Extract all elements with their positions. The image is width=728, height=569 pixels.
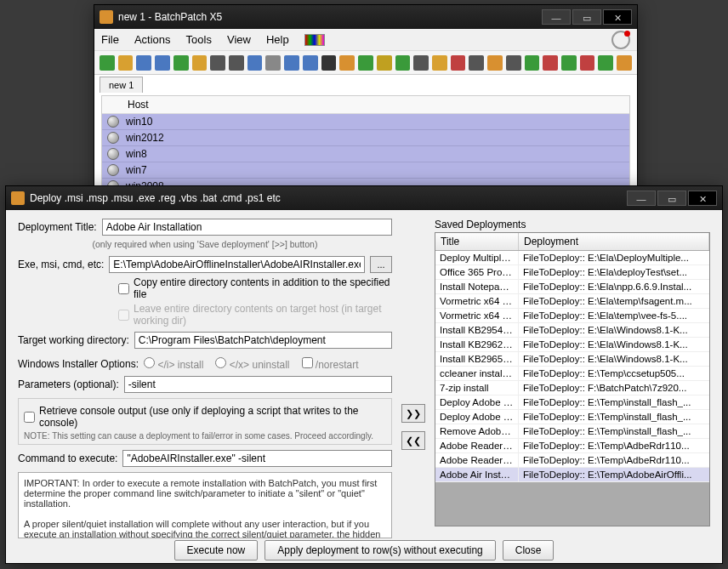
saved-deployment-row[interactable]: Adobe Reader In...FileToDeploy:: E:\Temp… (435, 439, 709, 453)
host-row[interactable]: win7 (102, 162, 629, 179)
toolbar-icon-4[interactable] (173, 55, 189, 71)
saved-table-header[interactable]: Title Deployment (435, 233, 709, 251)
retrieve-console-checkbox[interactable] (24, 412, 35, 423)
menu-actions[interactable]: Actions (134, 33, 171, 46)
saved-deployment-row[interactable]: Install KB2965142FileToDeploy:: E:\Ela\W… (435, 352, 709, 367)
toolbar-icon-9[interactable] (265, 55, 281, 71)
toolbar-icon-17[interactable] (413, 55, 429, 71)
saved-deployment-row[interactable]: 7-zip installFileToDeploy:: F:\BatchPatc… (435, 381, 709, 395)
norestart-checkbox[interactable] (302, 357, 313, 368)
saved-col-deployment[interactable]: Deployment (519, 233, 709, 250)
host-name: win8 (126, 148, 147, 160)
dialog-close-button[interactable]: ✕ (688, 191, 717, 206)
saved-deployment-row[interactable]: Deploy Adobe Fl...FileToDeploy:: E:\Temp… (435, 395, 709, 410)
saved-row-deployment: FileToDeploy:: E:\Temp\AdobeAirOffli... (519, 468, 709, 481)
toolbar-icon-18[interactable] (432, 55, 447, 71)
apply-deployment-button[interactable]: Apply deployment to row(s) without execu… (264, 540, 495, 560)
copy-dir-label: Copy entire directory contents in additi… (134, 276, 392, 300)
saved-col-title[interactable]: Title (435, 233, 519, 250)
toolbar-icon-28[interactable] (617, 55, 632, 71)
toolbar-icon-12[interactable] (321, 55, 337, 71)
toolbar-icon-25[interactable] (561, 55, 577, 71)
saved-deployment-row[interactable]: Remove Adobe F...FileToDeploy:: E:\Temp\… (435, 424, 709, 439)
saved-deployment-row[interactable]: Install KB2962140FileToDeploy:: E:\Ela\W… (435, 338, 709, 352)
toolbar-icon-2[interactable] (136, 55, 151, 71)
toolbar-icon-21[interactable] (487, 55, 503, 71)
params-input[interactable] (124, 376, 392, 393)
execute-now-button[interactable]: Execute now (174, 540, 259, 560)
dialog-titlebar[interactable]: Deploy .msi .msp .msu .exe .reg .vbs .ba… (6, 186, 722, 210)
close-dialog-button[interactable]: Close (503, 540, 555, 560)
dialog-icon (11, 191, 25, 205)
toolbar-icon-27[interactable] (598, 55, 613, 71)
menu-tools[interactable]: Tools (186, 33, 212, 46)
toolbar-icon-0[interactable] (100, 55, 115, 71)
move-right-button[interactable]: ❯❯ (401, 404, 425, 423)
saved-row-deployment: FileToDeploy:: E:\Temp\install_flash_... (519, 410, 709, 424)
status-led-icon (107, 132, 119, 144)
copy-dir-checkbox[interactable] (118, 283, 129, 294)
menu-file[interactable]: File (101, 33, 119, 46)
status-led-icon (107, 148, 119, 160)
saved-deployment-row[interactable]: Adobe Air Installa...FileToDeploy:: E:\T… (435, 468, 709, 482)
saved-deployment-row[interactable]: Install Notepad++...FileToDeploy:: E:\El… (435, 280, 709, 294)
saved-deployment-row[interactable]: Vormetric x64 tes2FileToDeploy:: E:\Ela\… (435, 294, 709, 309)
toolbar-icon-15[interactable] (377, 55, 392, 71)
toolbar-icon-19[interactable] (451, 55, 466, 71)
move-left-button[interactable]: ❮❮ (401, 431, 425, 450)
saved-deployment-row[interactable]: Install KB2954879FileToDeploy:: E:\Ela\W… (435, 323, 709, 338)
minimize-button[interactable]: — (542, 9, 571, 25)
toolbar-icon-5[interactable] (192, 55, 208, 71)
toolbar-icon-8[interactable] (247, 55, 263, 71)
saved-deployment-row[interactable]: Adobe Reader U...FileToDeploy:: E:\Temp\… (435, 453, 709, 468)
toolbar-icon-24[interactable] (543, 55, 558, 71)
browse-button[interactable]: ... (370, 256, 392, 273)
toolbar-icon-16[interactable] (395, 55, 411, 71)
maximize-button[interactable]: ▭ (572, 9, 601, 25)
host-row[interactable]: win10 (102, 114, 629, 130)
toolbar-icon-14[interactable] (358, 55, 373, 71)
saved-row-deployment: FileToDeploy:: E:\Temp\ccsetup505... (519, 367, 709, 380)
uninstall-radio[interactable] (215, 357, 226, 368)
toolbar-icon-7[interactable] (229, 55, 244, 71)
host-row[interactable]: win8 (102, 146, 629, 162)
toolbar-icon-20[interactable] (469, 55, 484, 71)
dialog-title-text: Deploy .msi .msp .msu .exe .reg .vbs .ba… (30, 192, 281, 204)
saved-deployments-table[interactable]: Title Deployment Deploy Multiple ...File… (435, 232, 710, 526)
toolbar-icon-26[interactable] (580, 55, 595, 71)
host-grid[interactable]: Host win10win2012win8win7win2008 (101, 95, 630, 196)
toolbar-icon-11[interactable] (303, 55, 318, 71)
toolbar-icon-3[interactable] (155, 55, 170, 71)
info-textbox[interactable]: IMPORTANT: In order to execute a remote … (18, 472, 392, 538)
saved-deployment-row[interactable]: Deploy Adobe Fl...FileToDeploy:: E:\Temp… (435, 410, 709, 424)
main-titlebar[interactable]: new 1 - BatchPatch X5 — ▭ ✕ (94, 5, 637, 29)
host-column-header[interactable]: Host (102, 96, 629, 114)
tab-new1[interactable]: new 1 (100, 77, 143, 93)
command-execute-input[interactable] (122, 450, 392, 467)
toolbar-icon-13[interactable] (339, 55, 355, 71)
install-radio[interactable] (144, 357, 155, 368)
exe-input[interactable] (109, 256, 365, 273)
close-button[interactable]: ✕ (603, 9, 632, 25)
saved-deployment-row[interactable]: ccleaner installati...FileToDeploy:: E:\… (435, 367, 709, 381)
menu-view[interactable]: View (227, 33, 251, 46)
toolbar-icon-10[interactable] (284, 55, 299, 71)
host-name: win2012 (126, 132, 164, 144)
saved-deployment-row[interactable]: Deploy Multiple ...FileToDeploy:: E:\Ela… (435, 251, 709, 265)
target-dir-input[interactable] (134, 332, 392, 349)
menu-palette-icon[interactable] (304, 34, 325, 46)
dialog-minimize-button[interactable]: — (627, 191, 656, 206)
dialog-maximize-button[interactable]: ▭ (657, 191, 686, 206)
saved-deployment-row[interactable]: Vormetric x64 testFileToDeploy:: E:\Ela\… (435, 309, 709, 323)
saved-deployments-label: Saved Deployments (435, 219, 710, 230)
toolbar-icon-23[interactable] (525, 55, 540, 71)
dialog-window-controls: — ▭ ✕ (627, 191, 717, 206)
host-row[interactable]: win2012 (102, 130, 629, 146)
deployment-title-input[interactable] (102, 219, 392, 236)
saved-deployment-row[interactable]: Office 365 Pro PlusFileToDeploy:: E:\Ela… (435, 265, 709, 280)
clock-icon[interactable] (611, 31, 630, 49)
toolbar-icon-22[interactable] (506, 55, 521, 71)
toolbar-icon-1[interactable] (118, 55, 134, 71)
toolbar-icon-6[interactable] (210, 55, 225, 71)
menu-help[interactable]: Help (266, 33, 289, 46)
